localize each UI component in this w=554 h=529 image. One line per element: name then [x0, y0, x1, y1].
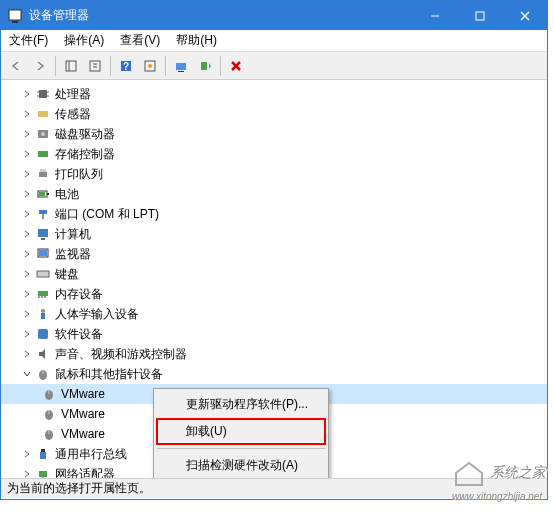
window-title: 设备管理器	[29, 7, 412, 24]
chevron-right-icon	[21, 268, 33, 280]
chevron-right-icon	[21, 348, 33, 360]
tree-item-software-devices[interactable]: 软件设备	[1, 324, 547, 344]
tree-label: 通用串行总线	[55, 446, 127, 463]
tree-label: VMware	[61, 387, 105, 401]
speaker-icon	[35, 346, 51, 362]
tree-item-ports[interactable]: 端口 (COM 和 LPT)	[1, 204, 547, 224]
tree-item-processors[interactable]: 处理器	[1, 84, 547, 104]
svg-rect-33	[39, 192, 45, 196]
menu-view[interactable]: 查看(V)	[112, 30, 168, 51]
tree-label: 监视器	[55, 246, 91, 263]
svg-rect-57	[40, 452, 46, 459]
tree-item-keyboards[interactable]: 键盘	[1, 264, 547, 284]
update-driver-button[interactable]	[170, 55, 192, 77]
menubar: 文件(F) 操作(A) 查看(V) 帮助(H)	[1, 30, 547, 52]
svg-rect-29	[39, 172, 47, 177]
tree-item-computer[interactable]: 计算机	[1, 224, 547, 244]
tree-item-sound[interactable]: 声音、视频和游戏控制器	[1, 344, 547, 364]
svg-rect-37	[41, 238, 45, 240]
menu-update-driver[interactable]: 更新驱动程序软件(P)...	[156, 391, 326, 418]
menu-separator	[157, 448, 325, 449]
printer-icon	[35, 166, 51, 182]
sensor-icon	[35, 106, 51, 122]
menu-help[interactable]: 帮助(H)	[168, 30, 225, 51]
tree-label: 键盘	[55, 266, 79, 283]
svg-rect-40	[37, 271, 49, 277]
chevron-right-icon	[21, 148, 33, 160]
tree-item-mice[interactable]: 鼠标和其他指针设备	[1, 364, 547, 384]
svg-point-27	[41, 132, 45, 136]
tree-label: 声音、视频和游戏控制器	[55, 346, 187, 363]
tree-item-memory[interactable]: 内存设备	[1, 284, 547, 304]
svg-rect-47	[38, 329, 48, 339]
tree-label: 软件设备	[55, 326, 103, 343]
scan-hardware-button[interactable]	[194, 55, 216, 77]
chevron-right-icon	[21, 448, 33, 460]
separator	[110, 56, 111, 76]
tree-label: 传感器	[55, 106, 91, 123]
separator	[165, 56, 166, 76]
keyboard-icon	[35, 266, 51, 282]
tree-label: 端口 (COM 和 LPT)	[55, 206, 159, 223]
menu-uninstall[interactable]: 卸载(U)	[156, 418, 326, 445]
menu-scan-hardware[interactable]: 扫描检测硬件改动(A)	[156, 452, 326, 478]
network-icon	[35, 466, 51, 478]
mouse-icon	[41, 406, 57, 422]
tree-item-hid[interactable]: 人体学输入设备	[1, 304, 547, 324]
separator	[55, 56, 56, 76]
svg-point-14	[148, 64, 152, 68]
close-button[interactable]	[502, 1, 547, 30]
uninstall-button[interactable]	[225, 55, 247, 77]
chevron-right-icon	[21, 468, 33, 478]
tree-item-sensors[interactable]: 传感器	[1, 104, 547, 124]
chevron-right-icon	[21, 128, 33, 140]
tree-item-batteries[interactable]: 电池	[1, 184, 547, 204]
tree-item-disk-drives[interactable]: 磁盘驱动器	[1, 124, 547, 144]
context-menu: 更新驱动程序软件(P)... 卸载(U) 扫描检测硬件改动(A) 属性(R)	[153, 388, 329, 478]
svg-rect-56	[41, 449, 45, 452]
svg-rect-34	[39, 210, 47, 214]
svg-rect-46	[41, 313, 45, 319]
menu-file[interactable]: 文件(F)	[1, 30, 56, 51]
menu-action[interactable]: 操作(A)	[56, 30, 112, 51]
svg-rect-17	[201, 62, 207, 70]
action-button[interactable]	[139, 55, 161, 77]
chevron-right-icon	[21, 88, 33, 100]
memory-icon	[35, 286, 51, 302]
tree-label: 处理器	[55, 86, 91, 103]
mouse-icon	[41, 386, 57, 402]
svg-rect-3	[476, 12, 484, 20]
svg-rect-6	[66, 61, 76, 71]
tree-label: 内存设备	[55, 286, 103, 303]
port-icon	[35, 206, 51, 222]
tree-label: 鼠标和其他指针设备	[55, 366, 163, 383]
chevron-right-icon	[21, 188, 33, 200]
svg-point-45	[41, 309, 45, 313]
device-tree[interactable]: 处理器 传感器 磁盘驱动器 存储控制器 打印队列 电池 端口 (COM 和 LP…	[1, 80, 547, 478]
tree-item-print-queues[interactable]: 打印队列	[1, 164, 547, 184]
properties-button[interactable]	[84, 55, 106, 77]
back-button[interactable]	[5, 55, 27, 77]
chevron-right-icon	[21, 108, 33, 120]
monitor-icon	[35, 246, 51, 262]
svg-rect-28	[38, 151, 48, 157]
forward-button[interactable]	[29, 55, 51, 77]
svg-text:?: ?	[123, 61, 129, 72]
tree-item-monitors[interactable]: 监视器	[1, 244, 547, 264]
tree-label: 人体学输入设备	[55, 306, 139, 323]
maximize-button[interactable]	[457, 1, 502, 30]
battery-icon	[35, 186, 51, 202]
svg-rect-16	[178, 71, 184, 72]
svg-rect-25	[38, 111, 48, 117]
svg-rect-15	[176, 63, 186, 70]
show-hide-tree-button[interactable]	[60, 55, 82, 77]
tree-item-storage-controllers[interactable]: 存储控制器	[1, 144, 547, 164]
svg-rect-8	[90, 61, 100, 71]
svg-rect-36	[38, 229, 48, 237]
status-text: 为当前的选择打开属性页。	[7, 480, 151, 497]
tree-label: 计算机	[55, 226, 91, 243]
svg-rect-39	[39, 250, 47, 256]
svg-rect-0	[9, 10, 21, 20]
minimize-button[interactable]	[412, 1, 457, 30]
help-button[interactable]: ?	[115, 55, 137, 77]
